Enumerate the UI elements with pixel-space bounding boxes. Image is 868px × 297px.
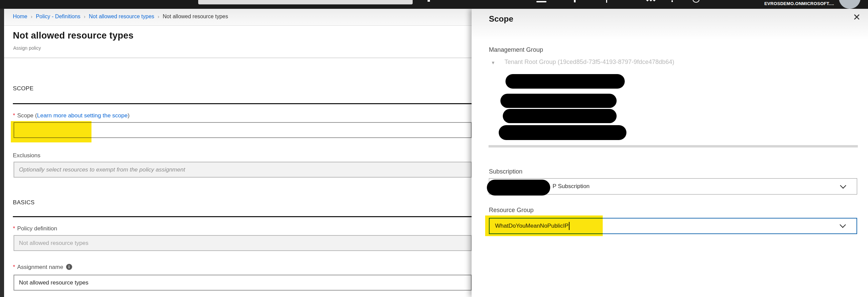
copilot-icon[interactable] bbox=[428, 0, 430, 2]
paren: ) bbox=[128, 112, 130, 119]
management-group-item-redacted-2[interactable] bbox=[500, 94, 617, 108]
breadcrumb: Home›Policy - Definitions›Not allowed re… bbox=[13, 14, 228, 20]
breadcrumb-separator: › bbox=[158, 14, 159, 19]
required-marker: * bbox=[13, 112, 15, 119]
management-group-item-redacted-1[interactable] bbox=[505, 74, 625, 89]
policy-definition-label: *Policy definition bbox=[13, 225, 57, 232]
settings-gear-icon bbox=[653, 0, 656, 1]
scope-section-heading: SCOPE bbox=[13, 85, 34, 92]
basics-section-heading: BASICS bbox=[13, 199, 35, 206]
required-marker: * bbox=[13, 225, 15, 232]
subscription-label: Subscription bbox=[489, 168, 522, 175]
section-divider bbox=[13, 103, 472, 104]
settings-gear-icon bbox=[649, 0, 652, 1]
collapsed-sidebar[interactable] bbox=[0, 9, 4, 297]
highlight-annotation bbox=[485, 215, 603, 236]
management-group-item-redacted-4[interactable] bbox=[499, 125, 626, 140]
close-icon[interactable]: ✕ bbox=[853, 13, 861, 22]
directory-name: EVROSDEMO.ONMICROSOFT.... bbox=[764, 1, 834, 6]
page-title: Not allowed resource types bbox=[13, 30, 133, 41]
top-nav-bar: EVROSDEMO.ONMICROSOFT.... bbox=[0, 0, 868, 9]
highlight-annotation bbox=[11, 121, 91, 142]
policy-definition-input[interactable] bbox=[14, 235, 472, 251]
scope-learn-more-link[interactable]: Learn more about setting the scope bbox=[37, 112, 127, 119]
breadcrumb-current: Not allowed resource types bbox=[163, 14, 228, 19]
management-group-item-redacted-3[interactable] bbox=[503, 109, 617, 123]
subscription-value: P Subscription bbox=[553, 183, 590, 190]
section-divider bbox=[13, 216, 472, 217]
panel-header-gradient bbox=[472, 9, 868, 39]
feedback-smiley-icon[interactable] bbox=[693, 0, 700, 3]
avatar[interactable] bbox=[839, 0, 861, 9]
cloud-shell-icon[interactable] bbox=[536, 1, 546, 2]
tenant-root-group-value[interactable]: Tenant Root Group (19ced85d-73f5-4193-87… bbox=[504, 59, 674, 66]
breadcrumb-link-home[interactable]: Home bbox=[13, 14, 27, 19]
scope-panel: Scope ✕ Management Group ▼ Tenant Root G… bbox=[472, 9, 868, 297]
exclusions-label: Exclusions bbox=[13, 152, 40, 159]
info-icon[interactable]: i bbox=[66, 264, 72, 270]
chevron-down-icon bbox=[840, 222, 846, 228]
notifications-bell-icon[interactable] bbox=[606, 0, 607, 3]
settings-gear-icon[interactable] bbox=[646, 0, 649, 1]
global-search-input[interactable] bbox=[198, 0, 413, 4]
page-subtitle: Assign policy bbox=[13, 45, 41, 51]
management-group-label: Management Group bbox=[489, 46, 543, 53]
breadcrumb-link-policy-definitions[interactable]: Policy - Definitions bbox=[36, 14, 81, 19]
breadcrumb-link-not-allowed-resource-types[interactable]: Not allowed resource types bbox=[89, 14, 154, 19]
chevron-down-icon bbox=[840, 182, 846, 188]
required-marker: * bbox=[13, 264, 15, 270]
assignment-name-label: *Assignment namei bbox=[13, 264, 72, 271]
assignment-name-input[interactable] bbox=[14, 275, 472, 291]
chevron-down-icon[interactable]: ▼ bbox=[491, 60, 495, 65]
breadcrumb-separator: › bbox=[84, 14, 85, 19]
divider bbox=[489, 145, 858, 147]
subscription-redaction bbox=[487, 180, 550, 196]
resource-group-label: Resource Group bbox=[489, 207, 534, 214]
help-icon[interactable] bbox=[671, 0, 673, 2]
breadcrumb-separator: › bbox=[31, 14, 33, 19]
exclusions-input[interactable] bbox=[14, 162, 472, 178]
scope-field-label: *Scope (Learn more about setting the sco… bbox=[13, 112, 129, 119]
filter-icon[interactable] bbox=[574, 0, 576, 2]
panel-title: Scope bbox=[489, 14, 513, 24]
